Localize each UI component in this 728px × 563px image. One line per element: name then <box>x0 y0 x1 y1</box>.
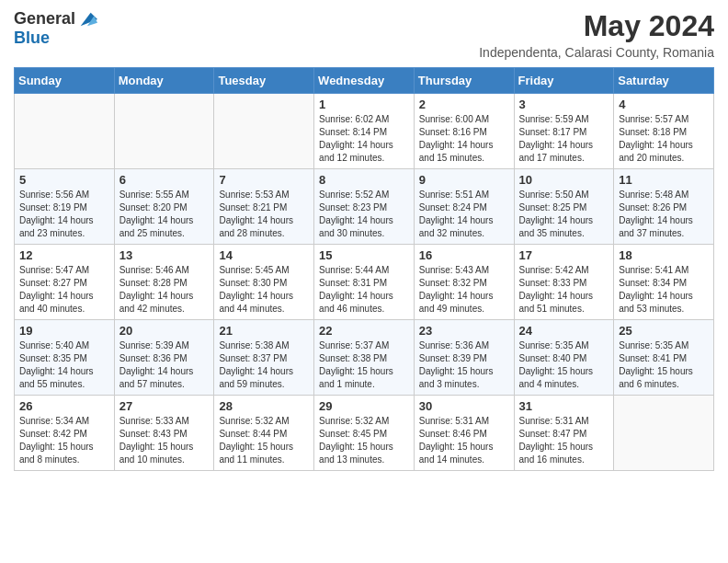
calendar-cell: 2Sunrise: 6:00 AM Sunset: 8:16 PM Daylig… <box>414 94 514 169</box>
day-number: 2 <box>419 98 509 111</box>
calendar-cell: 24Sunrise: 5:35 AM Sunset: 8:40 PM Dayli… <box>514 320 614 396</box>
logo-text-blue: Blue <box>14 29 50 47</box>
logo-text-general: General <box>14 10 75 29</box>
calendar-cell: 11Sunrise: 5:48 AM Sunset: 8:26 PM Dayli… <box>614 169 714 245</box>
calendar-week-row: 5Sunrise: 5:56 AM Sunset: 8:19 PM Daylig… <box>15 169 714 245</box>
calendar-cell: 22Sunrise: 5:37 AM Sunset: 8:38 PM Dayli… <box>314 320 415 396</box>
cell-info: Sunrise: 5:44 AM Sunset: 8:31 PM Dayligh… <box>319 264 409 316</box>
cell-info: Sunrise: 6:02 AM Sunset: 8:14 PM Dayligh… <box>319 113 409 165</box>
cell-info: Sunrise: 5:55 AM Sunset: 8:20 PM Dayligh… <box>119 189 210 240</box>
calendar-week-row: 1Sunrise: 6:02 AM Sunset: 8:14 PM Daylig… <box>15 94 714 169</box>
day-number: 26 <box>19 399 109 413</box>
calendar-cell: 29Sunrise: 5:32 AM Sunset: 8:45 PM Dayli… <box>314 396 415 471</box>
calendar-cell: 30Sunrise: 5:31 AM Sunset: 8:46 PM Dayli… <box>414 396 514 471</box>
cell-info: Sunrise: 5:52 AM Sunset: 8:23 PM Dayligh… <box>319 189 409 240</box>
calendar-cell: 15Sunrise: 5:44 AM Sunset: 8:31 PM Dayli… <box>314 245 415 320</box>
day-number: 30 <box>419 399 509 413</box>
day-number: 18 <box>619 248 709 262</box>
location-title: Independenta, Calarasi County, Romania <box>479 45 714 60</box>
page-header: General Blue May 2024 Independenta, Cala… <box>14 9 714 60</box>
day-number: 17 <box>519 248 609 262</box>
calendar-cell <box>15 94 115 169</box>
calendar-cell: 19Sunrise: 5:40 AM Sunset: 8:35 PM Dayli… <box>15 320 115 396</box>
day-header-friday: Friday <box>514 68 614 94</box>
cell-info: Sunrise: 5:48 AM Sunset: 8:26 PM Dayligh… <box>619 189 709 240</box>
day-number: 16 <box>419 248 509 262</box>
calendar-cell: 17Sunrise: 5:42 AM Sunset: 8:33 PM Dayli… <box>514 245 614 320</box>
calendar-cell: 12Sunrise: 5:47 AM Sunset: 8:27 PM Dayli… <box>15 245 115 320</box>
calendar-cell: 5Sunrise: 5:56 AM Sunset: 8:19 PM Daylig… <box>15 169 115 245</box>
calendar-cell: 6Sunrise: 5:55 AM Sunset: 8:20 PM Daylig… <box>114 169 214 245</box>
cell-info: Sunrise: 5:35 AM Sunset: 8:40 PM Dayligh… <box>519 339 609 391</box>
cell-info: Sunrise: 5:51 AM Sunset: 8:24 PM Dayligh… <box>419 189 509 240</box>
day-number: 27 <box>119 399 210 413</box>
day-header-thursday: Thursday <box>414 68 514 94</box>
cell-info: Sunrise: 5:36 AM Sunset: 8:39 PM Dayligh… <box>419 339 509 391</box>
day-number: 22 <box>319 324 409 338</box>
calendar-cell <box>114 94 214 169</box>
day-number: 10 <box>519 173 609 187</box>
cell-info: Sunrise: 5:32 AM Sunset: 8:45 PM Dayligh… <box>319 415 409 466</box>
cell-info: Sunrise: 5:59 AM Sunset: 8:17 PM Dayligh… <box>519 113 609 165</box>
cell-info: Sunrise: 5:31 AM Sunset: 8:47 PM Dayligh… <box>519 415 609 466</box>
day-number: 19 <box>19 324 109 338</box>
title-block: May 2024 Independenta, Calarasi County, … <box>479 9 714 60</box>
day-header-sunday: Sunday <box>15 68 115 94</box>
calendar-cell: 4Sunrise: 5:57 AM Sunset: 8:18 PM Daylig… <box>614 94 714 169</box>
day-number: 31 <box>519 399 609 413</box>
cell-info: Sunrise: 5:34 AM Sunset: 8:42 PM Dayligh… <box>19 415 109 466</box>
cell-info: Sunrise: 5:46 AM Sunset: 8:28 PM Dayligh… <box>119 264 210 316</box>
cell-info: Sunrise: 5:31 AM Sunset: 8:46 PM Dayligh… <box>419 415 509 466</box>
calendar-table: SundayMondayTuesdayWednesdayThursdayFrid… <box>14 67 714 471</box>
calendar-cell: 14Sunrise: 5:45 AM Sunset: 8:30 PM Dayli… <box>214 245 314 320</box>
day-header-wednesday: Wednesday <box>314 68 415 94</box>
calendar-cell: 13Sunrise: 5:46 AM Sunset: 8:28 PM Dayli… <box>114 245 214 320</box>
cell-info: Sunrise: 5:33 AM Sunset: 8:43 PM Dayligh… <box>119 415 210 466</box>
calendar-cell: 8Sunrise: 5:52 AM Sunset: 8:23 PM Daylig… <box>314 169 415 245</box>
day-header-saturday: Saturday <box>614 68 714 94</box>
calendar-cell: 21Sunrise: 5:38 AM Sunset: 8:37 PM Dayli… <box>214 320 314 396</box>
calendar-week-row: 19Sunrise: 5:40 AM Sunset: 8:35 PM Dayli… <box>15 320 714 396</box>
day-number: 11 <box>619 173 709 187</box>
cell-info: Sunrise: 5:41 AM Sunset: 8:34 PM Dayligh… <box>619 264 709 316</box>
day-number: 14 <box>219 248 309 262</box>
cell-info: Sunrise: 5:37 AM Sunset: 8:38 PM Dayligh… <box>319 339 409 391</box>
calendar-cell: 7Sunrise: 5:53 AM Sunset: 8:21 PM Daylig… <box>214 169 314 245</box>
day-number: 6 <box>119 173 210 187</box>
calendar-cell: 23Sunrise: 5:36 AM Sunset: 8:39 PM Dayli… <box>414 320 514 396</box>
calendar-cell <box>214 94 314 169</box>
cell-info: Sunrise: 6:00 AM Sunset: 8:16 PM Dayligh… <box>419 113 509 165</box>
day-number: 5 <box>19 173 109 187</box>
day-number: 25 <box>619 324 709 338</box>
cell-info: Sunrise: 5:50 AM Sunset: 8:25 PM Dayligh… <box>519 189 609 240</box>
month-title: May 2024 <box>479 9 714 43</box>
calendar-cell: 1Sunrise: 6:02 AM Sunset: 8:14 PM Daylig… <box>314 94 415 169</box>
day-number: 29 <box>319 399 409 413</box>
calendar-week-row: 26Sunrise: 5:34 AM Sunset: 8:42 PM Dayli… <box>15 396 714 471</box>
cell-info: Sunrise: 5:40 AM Sunset: 8:35 PM Dayligh… <box>19 339 109 391</box>
logo-icon <box>77 9 97 29</box>
calendar-cell: 26Sunrise: 5:34 AM Sunset: 8:42 PM Dayli… <box>15 396 115 471</box>
cell-info: Sunrise: 5:39 AM Sunset: 8:36 PM Dayligh… <box>119 339 210 391</box>
cell-info: Sunrise: 5:45 AM Sunset: 8:30 PM Dayligh… <box>219 264 309 316</box>
day-number: 21 <box>219 324 309 338</box>
day-number: 23 <box>419 324 509 338</box>
day-number: 7 <box>219 173 309 187</box>
cell-info: Sunrise: 5:35 AM Sunset: 8:41 PM Dayligh… <box>619 339 709 391</box>
calendar-header-row: SundayMondayTuesdayWednesdayThursdayFrid… <box>15 68 714 94</box>
day-number: 8 <box>319 173 409 187</box>
calendar-cell: 3Sunrise: 5:59 AM Sunset: 8:17 PM Daylig… <box>514 94 614 169</box>
day-number: 13 <box>119 248 210 262</box>
calendar-cell: 25Sunrise: 5:35 AM Sunset: 8:41 PM Dayli… <box>614 320 714 396</box>
cell-info: Sunrise: 5:38 AM Sunset: 8:37 PM Dayligh… <box>219 339 309 391</box>
calendar-cell: 10Sunrise: 5:50 AM Sunset: 8:25 PM Dayli… <box>514 169 614 245</box>
calendar-cell <box>614 396 714 471</box>
cell-info: Sunrise: 5:56 AM Sunset: 8:19 PM Dayligh… <box>19 189 109 240</box>
calendar-week-row: 12Sunrise: 5:47 AM Sunset: 8:27 PM Dayli… <box>15 245 714 320</box>
cell-info: Sunrise: 5:43 AM Sunset: 8:32 PM Dayligh… <box>419 264 509 316</box>
day-number: 9 <box>419 173 509 187</box>
cell-info: Sunrise: 5:32 AM Sunset: 8:44 PM Dayligh… <box>219 415 309 466</box>
day-header-tuesday: Tuesday <box>214 68 314 94</box>
day-number: 15 <box>319 248 409 262</box>
logo: General Blue <box>14 9 97 48</box>
